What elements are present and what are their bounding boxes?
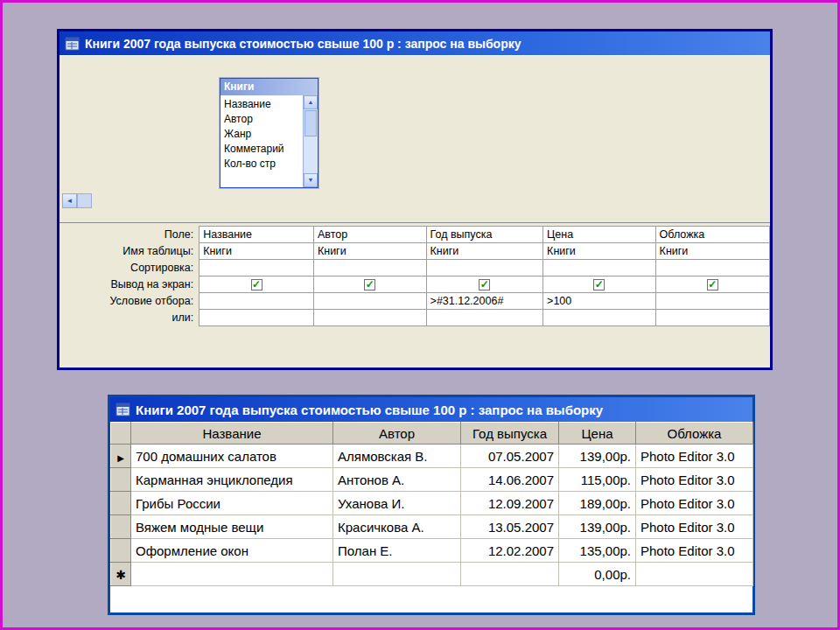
qbe-sort-cell[interactable] xyxy=(426,260,543,276)
column-header-cover[interactable]: Обложка xyxy=(636,423,753,444)
qbe-field-cell[interactable]: Цена xyxy=(543,227,655,243)
qbe-criteria-cell[interactable] xyxy=(200,293,314,310)
qbe-or-cell[interactable] xyxy=(655,310,769,326)
qbe-table-cell[interactable]: Книги xyxy=(313,243,426,260)
cell-cover[interactable]: Photo Editor 3.0 xyxy=(636,492,753,515)
cell-title[interactable]: 700 домашних салатов xyxy=(131,444,333,468)
qbe-row-label: Условие отбора: xyxy=(60,293,200,310)
qbe-criteria-cell[interactable]: >100 xyxy=(543,293,655,310)
show-checkbox[interactable]: ✓ xyxy=(251,279,262,290)
qbe-criteria-cell[interactable] xyxy=(655,293,769,310)
cell-title[interactable]: Грибы России xyxy=(131,492,333,515)
qbe-or-cell[interactable] xyxy=(426,310,543,326)
qbe-show-cell: ✓ xyxy=(200,276,314,293)
cell-price[interactable]: 139,00р. xyxy=(559,444,636,468)
qbe-grid: Поле: Название Автор Год выпуска Цена Об… xyxy=(60,226,770,326)
column-header-author[interactable]: Автор xyxy=(333,423,461,444)
qbe-sort-cell[interactable] xyxy=(655,260,769,276)
record-selector[interactable]: ▶ xyxy=(111,444,131,468)
qbe-row-table: Имя таблицы: Книги Книги Книги Книги Кни… xyxy=(60,243,770,260)
field-list-title[interactable]: Книги xyxy=(220,79,318,95)
cell-cover[interactable]: Photo Editor 3.0 xyxy=(636,515,753,539)
design-body: Книги Название Автор Жанр Комметарий Кол… xyxy=(60,55,770,365)
cell-title[interactable] xyxy=(131,563,333,586)
qbe-sort-cell[interactable] xyxy=(543,260,655,276)
cell-price[interactable]: 139,00р. xyxy=(559,515,636,539)
datasheet-window-titlebar[interactable]: Книги 2007 года выпуска стоимостью свыше… xyxy=(110,397,752,422)
scroll-up-icon[interactable]: ▲ xyxy=(304,95,318,109)
cell-year[interactable]: 14.06.2007 xyxy=(461,468,559,492)
hscrollbar-thumb[interactable] xyxy=(77,193,92,208)
cell-title[interactable]: Вяжем модные вещи xyxy=(131,515,333,539)
table-row: Грибы России Уханова И. 12.09.2007 189,0… xyxy=(111,492,753,515)
qbe-or-cell[interactable] xyxy=(543,310,655,326)
cell-price[interactable]: 135,00р. xyxy=(559,539,636,563)
scroll-left-icon[interactable]: ◄ xyxy=(62,193,77,208)
field-list-item[interactable]: Кол-во стр xyxy=(224,157,301,172)
column-header-year[interactable]: Год выпуска xyxy=(461,423,559,444)
qbe-table-cell[interactable]: Книги xyxy=(426,243,543,260)
show-checkbox[interactable]: ✓ xyxy=(479,279,490,290)
field-list-item[interactable]: Название xyxy=(224,97,301,112)
qbe-row-or: или: xyxy=(60,310,770,326)
cell-cover[interactable]: Photo Editor 3.0 xyxy=(636,539,753,563)
cell-title[interactable]: Оформление окон xyxy=(131,539,333,563)
field-list-item[interactable]: Автор xyxy=(224,112,301,127)
record-selector[interactable] xyxy=(111,492,131,515)
scroll-down-icon[interactable]: ▼ xyxy=(304,173,318,187)
qbe-table-cell[interactable]: Книги xyxy=(200,243,314,260)
cell-author[interactable]: Красичкова А. xyxy=(333,515,461,539)
cell-cover[interactable] xyxy=(636,563,753,586)
design-window-titlebar[interactable]: Книги 2007 года выпуска стоимостью свыше… xyxy=(60,32,770,55)
qbe-table-cell[interactable]: Книги xyxy=(543,243,655,260)
table-row: ▶ 700 домашних салатов Алямовская В. 07.… xyxy=(111,444,753,468)
cell-author[interactable]: Полан Е. xyxy=(333,539,461,563)
show-checkbox[interactable]: ✓ xyxy=(593,279,605,290)
column-header-price[interactable]: Цена xyxy=(559,423,636,444)
cell-author[interactable]: Алямовская В. xyxy=(333,444,461,468)
cell-year[interactable]: 13.05.2007 xyxy=(461,515,559,539)
record-selector[interactable] xyxy=(111,515,131,539)
show-checkbox[interactable]: ✓ xyxy=(707,279,718,290)
cell-price[interactable]: 0,00р. xyxy=(559,563,636,586)
qbe-field-cell[interactable]: Автор xyxy=(313,227,426,243)
show-checkbox[interactable]: ✓ xyxy=(364,279,375,290)
qbe-criteria-cell[interactable] xyxy=(313,293,426,310)
qbe-field-cell[interactable]: Обложка xyxy=(655,227,769,243)
select-all-corner[interactable] xyxy=(111,423,131,444)
field-list[interactable]: Книги Название Автор Жанр Комметарий Кол… xyxy=(220,78,318,188)
cell-title[interactable]: Карманная энциклопедия xyxy=(131,468,333,492)
record-selector[interactable] xyxy=(111,539,131,563)
cell-year[interactable]: 12.09.2007 xyxy=(461,492,559,515)
qbe-or-cell[interactable] xyxy=(313,310,426,326)
cell-cover[interactable]: Photo Editor 3.0 xyxy=(636,468,753,492)
cell-year[interactable] xyxy=(461,563,559,586)
field-list-scrollbar[interactable]: ▲ ▼ xyxy=(303,95,318,187)
qbe-row-label: Имя таблицы: xyxy=(60,243,200,260)
qbe-sort-cell[interactable] xyxy=(200,260,314,276)
record-selector[interactable] xyxy=(111,468,131,492)
field-list-item[interactable]: Жанр xyxy=(224,127,301,142)
column-header-title[interactable]: Название xyxy=(131,423,333,444)
cell-author[interactable] xyxy=(333,563,461,586)
field-list-item[interactable]: Комметарий xyxy=(224,142,301,157)
cell-author[interactable]: Уханова И. xyxy=(333,492,461,515)
cell-price[interactable]: 189,00р. xyxy=(559,492,636,515)
cell-year[interactable]: 07.05.2007 xyxy=(461,444,559,468)
qbe-sort-cell[interactable] xyxy=(313,260,426,276)
qbe-field-cell[interactable]: Название xyxy=(200,227,314,243)
cell-author[interactable]: Антонов А. xyxy=(333,468,461,492)
scrollbar-thumb[interactable] xyxy=(304,110,317,136)
qbe-criteria-cell[interactable]: >#31.12.2006# xyxy=(426,293,543,310)
cell-price[interactable]: 115,00р. xyxy=(559,468,636,492)
qbe-row-label: Сортировка: xyxy=(60,260,200,276)
datasheet-header-row: Название Автор Год выпуска Цена Обложка xyxy=(111,423,753,444)
qbe-or-cell[interactable] xyxy=(200,310,314,326)
qbe-row-criteria: Условие отбора: >#31.12.2006# >100 xyxy=(60,293,770,310)
cell-year[interactable]: 12.02.2007 xyxy=(461,539,559,563)
qbe-table-cell[interactable]: Книги xyxy=(655,243,769,260)
new-record-selector[interactable]: ✱ xyxy=(111,563,131,586)
table-pane-hscrollbar[interactable]: ◄ xyxy=(62,193,92,208)
qbe-field-cell[interactable]: Год выпуска xyxy=(426,227,543,243)
cell-cover[interactable]: Photo Editor 3.0 xyxy=(636,444,753,468)
